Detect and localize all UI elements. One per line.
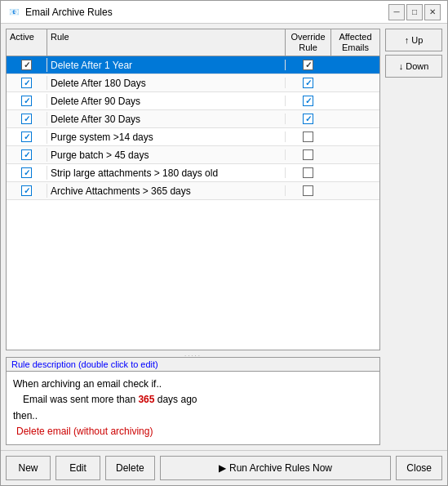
override-checkbox[interactable] [303,96,313,106]
row-active-cell [7,94,47,108]
table-row[interactable]: Purge system >14 days [7,128,379,146]
override-checkbox[interactable] [303,149,313,160]
row-active-cell [7,166,47,180]
title-bar: 📧 Email Archive Rules ─ □ ✕ [1,1,447,24]
right-panel: ↑ Up ↓ Down [385,29,442,445]
override-checkbox[interactable] [303,185,313,196]
row-override-cell [285,149,330,160]
row-rule-cell: Purge system >14 days [47,130,285,145]
active-checkbox[interactable] [21,149,32,160]
delete-button[interactable]: Delete [105,456,155,480]
row-rule-cell: Delete After 180 Days [47,76,285,91]
close-button-bottom[interactable]: Close [396,456,442,480]
left-panel: Active Rule OverrideRule AffectedEmails … [6,29,380,445]
desc-line2: Email was sent more than 365 days ago [13,392,373,408]
row-rule-cell: Strip large attachments > 180 days old [47,166,285,181]
active-checkbox[interactable] [21,114,32,124]
maximize-button[interactable]: □ [406,4,423,20]
app-icon: 📧 [7,6,20,19]
table-row[interactable]: Delete After 90 Days [7,92,379,110]
override-checkbox[interactable] [303,132,313,142]
row-override-cell [285,185,330,196]
row-rule-cell: Delete After 1 Year [47,58,285,73]
window-title: Email Archive Rules [25,7,113,18]
override-checkbox[interactable] [303,114,313,124]
up-button[interactable]: ↑ Up [385,29,442,51]
rules-table: Active Rule OverrideRule AffectedEmails … [6,29,380,350]
row-active-cell [7,112,47,126]
up-arrow-icon: ↑ [405,35,410,45]
row-rule-cell: Purge batch > 45 days [47,148,285,163]
archive-icon: ▶ [219,462,226,474]
override-checkbox[interactable] [303,78,313,88]
row-rule-cell: Delete After 90 Days [47,94,285,109]
active-checkbox[interactable] [21,96,32,106]
col-header-affected: AffectedEmails [330,29,379,56]
row-active-cell [7,184,47,198]
main-window: 📧 Email Archive Rules ─ □ ✕ Active Rule … [0,0,448,486]
title-bar-left: 📧 Email Archive Rules [7,6,113,19]
override-checkbox[interactable] [303,60,313,70]
row-override-cell [285,60,330,70]
desc-line2-suffix: days ago [154,394,197,405]
table-row[interactable]: Strip large attachments > 180 days old [7,164,379,182]
row-active-cell [7,148,47,162]
main-content: Active Rule OverrideRule AffectedEmails … [1,24,447,450]
active-checkbox[interactable] [21,132,32,142]
up-label: Up [411,35,423,45]
override-checkbox[interactable] [303,167,313,178]
col-header-override: OverrideRule [285,29,330,56]
table-header: Active Rule OverrideRule AffectedEmails [7,29,379,56]
down-arrow-icon: ↓ [399,61,404,71]
desc-line1: When archiving an email check if.. [13,377,373,392]
description-panel: Rule description (double click to edit) … [6,357,380,445]
row-rule-cell: Delete After 30 Days [47,112,285,127]
desc-highlight: 365 [138,394,154,405]
title-bar-controls: ─ □ ✕ [388,4,441,20]
table-row[interactable]: Archive Attachments > 365 days [7,182,379,200]
col-header-active: Active [7,29,47,56]
row-active-cell [7,58,47,72]
down-label: Down [406,61,428,71]
row-override-cell [285,132,330,142]
resize-handle[interactable]: ..... [6,350,380,357]
col-header-rule: Rule [47,29,285,56]
minimize-button[interactable]: ─ [388,4,405,20]
table-body: Delete After 1 YearDelete After 180 Days… [7,56,379,350]
row-active-cell [7,130,47,144]
active-checkbox[interactable] [21,167,32,178]
down-button[interactable]: ↓ Down [385,55,442,78]
table-row[interactable]: Delete After 1 Year [7,56,379,74]
table-row[interactable]: Delete After 180 Days [7,74,379,92]
row-rule-cell: Archive Attachments > 365 days [47,184,285,198]
close-button[interactable]: ✕ [424,4,441,20]
archive-now-button[interactable]: ▶ Run Archive Rules Now [160,456,392,480]
desc-then: then.. [13,408,373,424]
bottom-bar: New Edit Delete ▶ Run Archive Rules Now … [1,450,447,485]
table-row[interactable]: Delete After 30 Days [7,110,379,128]
active-checkbox[interactable] [21,185,32,196]
table-row[interactable]: Purge batch > 45 days [7,146,379,164]
description-header[interactable]: Rule description (double click to edit) [7,358,379,372]
desc-action: Delete email (without archiving) [13,424,373,439]
desc-line2-prefix: Email was sent more than [23,394,138,405]
description-body: When archiving an email check if.. Email… [7,372,379,444]
active-checkbox[interactable] [21,78,32,88]
archive-label: Run Archive Rules Now [229,462,332,474]
row-override-cell [285,167,330,178]
row-override-cell [285,114,330,124]
edit-button[interactable]: Edit [55,456,100,480]
row-active-cell [7,76,47,90]
row-override-cell [285,78,330,88]
new-button[interactable]: New [6,456,51,480]
active-checkbox[interactable] [21,60,32,70]
row-override-cell [285,96,330,106]
